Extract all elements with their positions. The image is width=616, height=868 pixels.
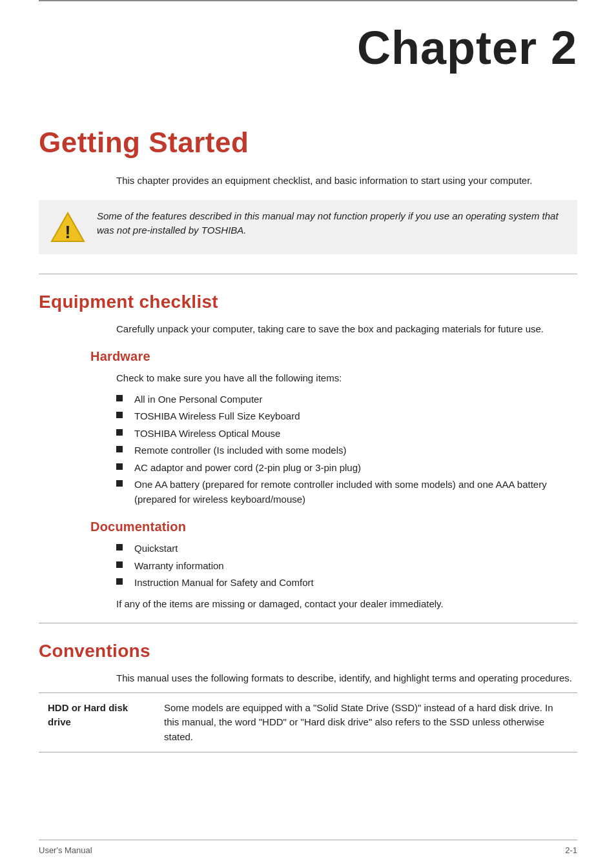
list-item-text: Warranty information (134, 559, 577, 574)
conventions-title: Conventions (39, 638, 577, 665)
warning-text: Some of the features described in this m… (97, 209, 566, 238)
documentation-footer: If any of the items are missing or damag… (116, 597, 577, 612)
list-item: All in One Personal Computer (116, 392, 577, 407)
bullet-icon (116, 392, 134, 401)
chapter-title: Chapter 2 (357, 22, 577, 74)
bullet-icon (116, 427, 134, 436)
list-item-text: TOSHIBA Wireless Full Size Keyboard (134, 409, 577, 424)
list-item-text: All in One Personal Computer (134, 392, 577, 407)
list-item-text: Instruction Manual for Safety and Comfor… (134, 576, 577, 590)
getting-started-section: Getting Started This chapter provides an… (39, 121, 577, 254)
list-item: Quickstart (116, 541, 577, 556)
documentation-list: Quickstart Warranty information Instruct… (116, 541, 577, 590)
equipment-checklist-title: Equipment checklist (39, 288, 577, 316)
divider-2 (39, 623, 577, 623)
list-item: AC adaptor and power cord (2-pin plug or… (116, 461, 577, 476)
page-footer: User's Manual 2-1 (39, 840, 577, 857)
list-item: TOSHIBA Wireless Optical Mouse (116, 427, 577, 441)
page: Chapter 2 Getting Started This chapter p… (0, 0, 616, 868)
conventions-table: HDD or Hard disk drive Some models are e… (39, 692, 577, 753)
table-cell-description: Some models are equipped with a "Solid S… (155, 692, 577, 752)
list-item: One AA battery (prepared for remote cont… (116, 478, 577, 507)
divider-1 (39, 274, 577, 274)
list-item-text: TOSHIBA Wireless Optical Mouse (134, 427, 577, 441)
conventions-intro: This manual uses the following formats t… (116, 671, 577, 686)
getting-started-intro: This chapter provides an equipment check… (116, 174, 577, 188)
conventions-section: Conventions This manual uses the followi… (39, 638, 577, 752)
getting-started-title: Getting Started (39, 121, 577, 164)
bullet-icon (116, 461, 134, 470)
chapter-header: Chapter 2 (39, 1, 577, 102)
hardware-subsection: Hardware Check to make sure you have all… (39, 347, 577, 507)
hardware-title: Hardware (90, 347, 577, 366)
equipment-checklist-section: Equipment checklist Carefully unpack you… (39, 288, 577, 612)
list-item-text: Quickstart (134, 541, 577, 556)
list-item: Warranty information (116, 559, 577, 574)
list-item-text: AC adaptor and power cord (2-pin plug or… (134, 461, 577, 476)
hardware-check-text: Check to make sure you have all the foll… (116, 371, 577, 386)
bullet-icon (116, 443, 134, 452)
hardware-list: All in One Personal Computer TOSHIBA Wir… (116, 392, 577, 507)
list-item: Instruction Manual for Safety and Comfor… (116, 576, 577, 590)
warning-icon: ! (50, 210, 85, 245)
table-cell-term: HDD or Hard disk drive (39, 692, 155, 752)
equipment-checklist-intro: Carefully unpack your computer, taking c… (116, 322, 577, 337)
bullet-icon (116, 541, 134, 550)
warning-box: ! Some of the features described in this… (39, 200, 577, 254)
list-item: Remote controller (Is included with some… (116, 443, 577, 458)
bullet-icon (116, 576, 134, 585)
documentation-title: Documentation (90, 517, 577, 536)
list-item-text: One AA battery (prepared for remote cont… (134, 478, 577, 507)
bullet-icon (116, 478, 134, 487)
bullet-icon (116, 409, 134, 418)
svg-text:!: ! (65, 222, 70, 242)
list-item: TOSHIBA Wireless Full Size Keyboard (116, 409, 577, 424)
table-row: HDD or Hard disk drive Some models are e… (39, 692, 577, 752)
footer-right: 2-1 (565, 844, 577, 857)
list-item-text: Remote controller (Is included with some… (134, 443, 577, 458)
documentation-subsection: Documentation Quickstart Warranty inform… (39, 517, 577, 611)
footer-left: User's Manual (39, 844, 92, 857)
bullet-icon (116, 559, 134, 568)
